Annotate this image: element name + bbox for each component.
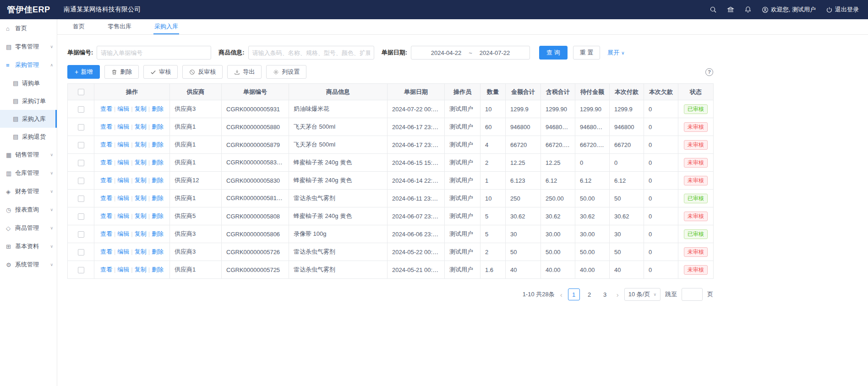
sidebar-item-purchase-management[interactable]: ≡采购管理∧ bbox=[0, 56, 57, 74]
row-copy-link[interactable]: 复制 bbox=[135, 248, 147, 255]
sidebar-item-purchase-request[interactable]: ▤请购单 bbox=[0, 74, 57, 92]
row-checkbox[interactable] bbox=[78, 196, 84, 202]
date-from-value[interactable]: 2024-04-22 bbox=[431, 49, 462, 56]
expand-link[interactable]: 展开 ∨ bbox=[607, 49, 624, 57]
row-edit-link[interactable]: 编辑 bbox=[117, 159, 129, 166]
page-size-select[interactable]: 10 条/页 ∨ bbox=[624, 288, 661, 301]
sidebar-item-label: 采购退货 bbox=[22, 133, 53, 141]
product-info-input[interactable] bbox=[248, 46, 374, 60]
row-checkbox[interactable] bbox=[78, 249, 84, 256]
row-copy-link[interactable]: 复制 bbox=[135, 141, 147, 148]
row-edit-link[interactable]: 编辑 bbox=[117, 141, 129, 148]
row-edit-link[interactable]: 编辑 bbox=[117, 266, 129, 273]
export-button[interactable]: 导出 bbox=[227, 65, 262, 79]
row-view-link[interactable]: 查看 bbox=[100, 248, 112, 255]
sidebar-item-purchase-inbound[interactable]: ▤采购入库 bbox=[0, 110, 57, 128]
sidebar-item-goods-management[interactable]: ◇商品管理∨ bbox=[0, 219, 57, 237]
row-view-link[interactable]: 查看 bbox=[100, 177, 112, 184]
row-copy-link[interactable]: 复制 bbox=[135, 105, 147, 112]
next-page-button[interactable]: › bbox=[616, 291, 620, 299]
row-delete-link[interactable]: 删除 bbox=[152, 248, 164, 255]
row-view-link[interactable]: 查看 bbox=[100, 195, 112, 201]
row-delete-link[interactable]: 删除 bbox=[152, 159, 164, 166]
link-separator: | bbox=[131, 230, 132, 237]
row-edit-link[interactable]: 编辑 bbox=[117, 177, 129, 184]
row-copy-link[interactable]: 复制 bbox=[135, 195, 147, 201]
add-button[interactable]: + 新增 bbox=[67, 65, 100, 79]
cell-date: 2024-06-14 22:24:34 bbox=[388, 172, 445, 190]
audit-button[interactable]: 审核 bbox=[143, 65, 178, 79]
bell-icon[interactable] bbox=[744, 6, 752, 13]
sidebar-item-system-management[interactable]: ⚙系统管理∨ bbox=[0, 256, 57, 274]
row-view-link[interactable]: 查看 bbox=[100, 266, 112, 273]
row-checkbox[interactable] bbox=[78, 231, 84, 238]
row-edit-link[interactable]: 编辑 bbox=[117, 195, 129, 201]
sidebar-item-purchase-order[interactable]: ▤采购订单 bbox=[0, 92, 57, 110]
tab-retail-outbound[interactable]: 零售出库 bbox=[107, 19, 132, 34]
row-view-link[interactable]: 查看 bbox=[100, 159, 112, 166]
row-checkbox[interactable] bbox=[78, 178, 84, 184]
row-checkbox[interactable] bbox=[78, 213, 84, 220]
row-copy-link[interactable]: 复制 bbox=[135, 212, 147, 219]
sidebar-item-report-query[interactable]: ◷报表查询∨ bbox=[0, 201, 57, 219]
row-copy-link[interactable]: 复制 bbox=[135, 123, 147, 130]
row-checkbox[interactable] bbox=[78, 124, 84, 130]
row-delete-link[interactable]: 删除 bbox=[152, 141, 164, 148]
sidebar-item-retail-management[interactable]: ▤零售管理∨ bbox=[0, 38, 57, 56]
row-view-link[interactable]: 查看 bbox=[100, 230, 112, 237]
row-checkbox[interactable] bbox=[78, 160, 84, 166]
row-edit-link[interactable]: 编辑 bbox=[117, 105, 129, 112]
row-edit-link[interactable]: 编辑 bbox=[117, 123, 129, 130]
prev-page-button[interactable]: ‹ bbox=[559, 291, 563, 299]
reset-button[interactable]: 重 置 bbox=[573, 46, 601, 60]
page-1-button[interactable]: 1 bbox=[568, 288, 580, 300]
tab-purchase-inbound[interactable]: 采购入库 bbox=[153, 19, 179, 34]
bill-no-input[interactable] bbox=[97, 46, 211, 60]
sidebar-item-home[interactable]: ⌂首页 bbox=[0, 19, 57, 38]
row-delete-link[interactable]: 删除 bbox=[152, 105, 164, 112]
row-delete-link[interactable]: 删除 bbox=[152, 123, 164, 130]
row-view-link[interactable]: 查看 bbox=[100, 212, 112, 219]
row-edit-link[interactable]: 编辑 bbox=[117, 230, 129, 237]
bank-icon[interactable] bbox=[727, 6, 734, 13]
row-copy-link[interactable]: 复制 bbox=[135, 159, 147, 166]
search-icon[interactable] bbox=[710, 6, 717, 13]
search-button[interactable]: 查 询 bbox=[539, 46, 568, 60]
row-delete-link[interactable]: 删除 bbox=[152, 195, 164, 201]
page-2-button[interactable]: 2 bbox=[584, 288, 595, 300]
delete-button[interactable]: 删除 bbox=[104, 65, 139, 79]
row-checkbox[interactable] bbox=[78, 142, 84, 148]
row-view-link[interactable]: 查看 bbox=[100, 141, 112, 148]
row-copy-link[interactable]: 复制 bbox=[135, 177, 147, 184]
row-delete-link[interactable]: 删除 bbox=[152, 266, 164, 273]
row-copy-link[interactable]: 复制 bbox=[135, 266, 147, 273]
sidebar-item-basic-data[interactable]: ⊞基本资料∨ bbox=[0, 237, 57, 256]
row-select-cell bbox=[68, 100, 94, 118]
row-edit-link[interactable]: 编辑 bbox=[117, 248, 129, 255]
row-copy-link[interactable]: 复制 bbox=[135, 230, 147, 237]
date-range-picker[interactable]: 2024-04-22 ~ 2024-07-22 bbox=[411, 46, 530, 60]
tab-home[interactable]: 首页 bbox=[72, 19, 86, 34]
sidebar-item-warehouse-management[interactable]: ▥仓库管理∨ bbox=[0, 164, 57, 182]
date-to-value[interactable]: 2024-07-22 bbox=[480, 49, 510, 56]
logout-button[interactable]: 退出登录 bbox=[826, 5, 859, 14]
jump-page-input[interactable] bbox=[682, 288, 703, 301]
row-view-link[interactable]: 查看 bbox=[100, 123, 112, 130]
help-icon[interactable]: ? bbox=[705, 68, 713, 76]
row-view-link[interactable]: 查看 bbox=[100, 105, 112, 112]
sidebar-item-sales-management[interactable]: ▦销售管理∨ bbox=[0, 146, 57, 164]
row-checkbox[interactable] bbox=[78, 267, 84, 273]
sidebar-item-purchase-return[interactable]: ▤采购退货 bbox=[0, 128, 57, 146]
unaudit-button[interactable]: 反审核 bbox=[182, 65, 223, 79]
select-all-checkbox[interactable] bbox=[78, 89, 84, 95]
welcome-user[interactable]: 欢迎您, 测试用户 bbox=[762, 5, 816, 14]
row-delete-link[interactable]: 删除 bbox=[152, 177, 164, 184]
cell-date: 2024-06-07 23:14:55 bbox=[388, 207, 445, 225]
row-edit-link[interactable]: 编辑 bbox=[117, 212, 129, 219]
row-delete-link[interactable]: 删除 bbox=[152, 230, 164, 237]
row-delete-link[interactable]: 删除 bbox=[152, 212, 164, 219]
page-3-button[interactable]: 3 bbox=[599, 288, 611, 300]
column-settings-button[interactable]: 列设置 bbox=[266, 65, 306, 79]
row-checkbox[interactable] bbox=[78, 106, 84, 113]
sidebar-item-finance-management[interactable]: ◈财务管理∨ bbox=[0, 182, 57, 201]
